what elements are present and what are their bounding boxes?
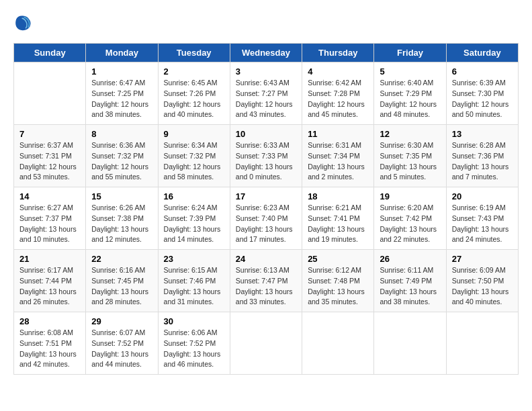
- calendar-cell: 13Sunrise: 6:28 AMSunset: 7:36 PMDayligh…: [446, 125, 518, 187]
- header-day-friday: Friday: [374, 44, 446, 62]
- day-info: Sunrise: 6:36 AMSunset: 7:32 PMDaylight:…: [91, 140, 152, 183]
- daylight-hours: Daylight: 12 hours and 38 minutes.: [91, 99, 152, 121]
- sunset: Sunset: 7:36 PM: [452, 151, 513, 162]
- day-number: 17: [236, 191, 296, 201]
- sunrise: Sunrise: 6:47 AM: [91, 78, 152, 89]
- day-number: 22: [91, 254, 152, 264]
- calendar-cell: 6Sunrise: 6:39 AMSunset: 7:30 PMDaylight…: [446, 62, 518, 125]
- daylight-hours: Daylight: 13 hours and 24 minutes.: [452, 224, 513, 246]
- day-number: 16: [164, 191, 224, 201]
- sunrise: Sunrise: 6:24 AM: [164, 203, 224, 214]
- header-day-monday: Monday: [86, 44, 158, 62]
- sunset: Sunset: 7:51 PM: [19, 338, 80, 349]
- day-info: Sunrise: 6:09 AMSunset: 7:50 PMDaylight:…: [452, 265, 513, 308]
- sunset: Sunset: 7:40 PM: [236, 214, 296, 224]
- calendar-cell: 7Sunrise: 6:37 AMSunset: 7:31 PMDaylight…: [14, 125, 86, 187]
- day-number: 15: [91, 191, 152, 201]
- day-number: 11: [308, 129, 368, 139]
- sunset: Sunset: 7:37 PM: [19, 214, 80, 224]
- daylight-hours: Daylight: 12 hours and 58 minutes.: [164, 162, 224, 183]
- logo-icon: [13, 13, 32, 32]
- daylight-hours: Daylight: 13 hours and 12 minutes.: [91, 224, 152, 246]
- sunrise: Sunrise: 6:42 AM: [308, 78, 368, 89]
- calendar-cell: [446, 312, 518, 375]
- calendar-cell: 9Sunrise: 6:34 AMSunset: 7:32 PMDaylight…: [158, 125, 230, 187]
- calendar-cell: 12Sunrise: 6:30 AMSunset: 7:35 PMDayligh…: [374, 125, 446, 187]
- week-row-2: 7Sunrise: 6:37 AMSunset: 7:31 PMDaylight…: [14, 125, 519, 187]
- sunrise: Sunrise: 6:08 AM: [19, 328, 80, 338]
- sunset: Sunset: 7:26 PM: [164, 89, 224, 99]
- calendar-cell: 2Sunrise: 6:45 AMSunset: 7:26 PMDaylight…: [158, 62, 230, 125]
- day-info: Sunrise: 6:30 AMSunset: 7:35 PMDaylight:…: [380, 140, 440, 183]
- calendar-cell: 28Sunrise: 6:08 AMSunset: 7:51 PMDayligh…: [14, 312, 86, 375]
- sunrise: Sunrise: 6:11 AM: [380, 265, 440, 276]
- sunset: Sunset: 7:50 PM: [452, 276, 513, 287]
- calendar-cell: 27Sunrise: 6:09 AMSunset: 7:50 PMDayligh…: [446, 250, 518, 312]
- daylight-hours: Daylight: 13 hours and 31 minutes.: [164, 287, 224, 308]
- daylight-hours: Daylight: 13 hours and 14 minutes.: [164, 224, 224, 246]
- sunset: Sunset: 7:32 PM: [91, 151, 152, 162]
- sunset: Sunset: 7:38 PM: [91, 214, 152, 224]
- calendar-cell: 24Sunrise: 6:13 AMSunset: 7:47 PMDayligh…: [230, 250, 302, 312]
- daylight-hours: Daylight: 13 hours and 19 minutes.: [308, 224, 368, 246]
- day-info: Sunrise: 6:15 AMSunset: 7:46 PMDaylight:…: [164, 265, 224, 308]
- day-number: 6: [452, 66, 513, 77]
- day-number: 13: [452, 129, 513, 139]
- daylight-hours: Daylight: 13 hours and 17 minutes.: [236, 224, 296, 246]
- calendar-cell: 4Sunrise: 6:42 AMSunset: 7:28 PMDaylight…: [302, 62, 374, 125]
- daylight-hours: Daylight: 13 hours and 28 minutes.: [91, 287, 152, 308]
- day-info: Sunrise: 6:13 AMSunset: 7:47 PMDaylight:…: [236, 265, 296, 308]
- calendar-cell: 1Sunrise: 6:47 AMSunset: 7:25 PMDaylight…: [86, 62, 158, 125]
- sunrise: Sunrise: 6:33 AM: [236, 140, 296, 151]
- week-row-5: 28Sunrise: 6:08 AMSunset: 7:51 PMDayligh…: [14, 312, 519, 375]
- sunset: Sunset: 7:42 PM: [380, 214, 440, 224]
- day-number: 14: [19, 191, 80, 201]
- sunset: Sunset: 7:43 PM: [452, 214, 513, 224]
- day-number: 9: [164, 129, 224, 139]
- calendar-cell: [302, 312, 374, 375]
- sunrise: Sunrise: 6:15 AM: [164, 265, 224, 276]
- calendar-cell: 14Sunrise: 6:27 AMSunset: 7:37 PMDayligh…: [14, 187, 86, 250]
- daylight-hours: Daylight: 12 hours and 40 minutes.: [164, 99, 224, 121]
- day-info: Sunrise: 6:24 AMSunset: 7:39 PMDaylight:…: [164, 203, 224, 245]
- day-number: 30: [164, 316, 224, 326]
- day-info: Sunrise: 6:07 AMSunset: 7:52 PMDaylight:…: [91, 328, 152, 370]
- sunrise: Sunrise: 6:28 AM: [452, 140, 513, 151]
- sunset: Sunset: 7:35 PM: [380, 151, 440, 162]
- calendar-cell: 30Sunrise: 6:06 AMSunset: 7:52 PMDayligh…: [158, 312, 230, 375]
- day-number: 10: [236, 129, 296, 139]
- sunrise: Sunrise: 6:37 AM: [19, 140, 80, 151]
- daylight-hours: Daylight: 13 hours and 33 minutes.: [236, 287, 296, 308]
- day-info: Sunrise: 6:42 AMSunset: 7:28 PMDaylight:…: [308, 78, 368, 120]
- sunrise: Sunrise: 6:27 AM: [19, 203, 80, 214]
- daylight-hours: Daylight: 12 hours and 43 minutes.: [236, 99, 296, 121]
- day-info: Sunrise: 6:28 AMSunset: 7:36 PMDaylight:…: [452, 140, 513, 183]
- day-number: 5: [380, 66, 440, 77]
- day-info: Sunrise: 6:17 AMSunset: 7:44 PMDaylight:…: [19, 265, 80, 308]
- day-number: 1: [91, 66, 152, 77]
- day-number: 29: [91, 316, 152, 326]
- sunset: Sunset: 7:52 PM: [164, 338, 224, 349]
- day-number: 3: [236, 66, 296, 77]
- sunrise: Sunrise: 6:16 AM: [91, 265, 152, 276]
- sunrise: Sunrise: 6:43 AM: [236, 78, 296, 89]
- day-info: Sunrise: 6:12 AMSunset: 7:48 PMDaylight:…: [308, 265, 368, 308]
- sunset: Sunset: 7:39 PM: [164, 214, 224, 224]
- sunset: Sunset: 7:25 PM: [91, 89, 152, 99]
- day-info: Sunrise: 6:37 AMSunset: 7:31 PMDaylight:…: [19, 140, 80, 183]
- day-number: 7: [19, 129, 80, 139]
- sunrise: Sunrise: 6:23 AM: [236, 203, 296, 214]
- sunset: Sunset: 7:33 PM: [236, 151, 296, 162]
- daylight-hours: Daylight: 13 hours and 5 minutes.: [380, 162, 440, 183]
- day-number: 18: [308, 191, 368, 201]
- day-number: 20: [452, 191, 513, 201]
- sunrise: Sunrise: 6:26 AM: [91, 203, 152, 214]
- daylight-hours: Daylight: 13 hours and 38 minutes.: [380, 287, 440, 308]
- sunrise: Sunrise: 6:07 AM: [91, 328, 152, 338]
- day-info: Sunrise: 6:20 AMSunset: 7:42 PMDaylight:…: [380, 203, 440, 245]
- day-number: 25: [308, 254, 368, 264]
- calendar-cell: 29Sunrise: 6:07 AMSunset: 7:52 PMDayligh…: [86, 312, 158, 375]
- sunset: Sunset: 7:27 PM: [236, 89, 296, 99]
- daylight-hours: Daylight: 12 hours and 48 minutes.: [380, 99, 440, 121]
- daylight-hours: Daylight: 12 hours and 45 minutes.: [308, 99, 368, 121]
